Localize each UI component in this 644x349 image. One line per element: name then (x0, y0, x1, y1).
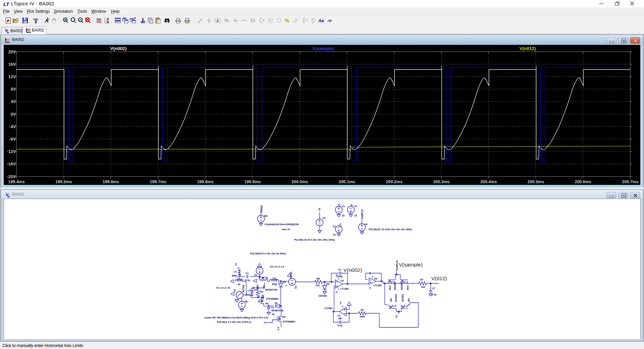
svg-text:R1: R1 (260, 290, 263, 293)
svg-text:200.6ms: 200.6ms (575, 180, 591, 184)
svg-text:NOISE: NOISE (290, 271, 292, 279)
svg-text:0.1µ: 0.1µ (337, 324, 342, 327)
svg-text:V2: V2 (354, 205, 357, 208)
svg-text:4V: 4V (11, 99, 16, 104)
svg-text:V(n002): V(n002) (110, 46, 127, 51)
svg-text:3.3: 3.3 (339, 223, 342, 227)
svg-text:LT1384: LT1384 (340, 287, 349, 290)
svg-text:C4: C4 (338, 317, 341, 320)
svg-text:200.5ms: 200.5ms (528, 180, 544, 184)
svg-text:+5: +5 (369, 272, 371, 275)
svg-text:TX: TX (318, 208, 321, 211)
svg-text:L4: L4 (234, 270, 237, 273)
svg-text:8V: 8V (11, 87, 16, 92)
svg-text:LT1384: LT1384 (373, 284, 382, 287)
svg-text:SAMPLE: SAMPLE (395, 260, 398, 270)
svg-text:200.2ms: 200.2ms (386, 180, 402, 184)
svg-text:M4: M4 (389, 298, 392, 302)
svg-text:V=(white(2e6*time/10000))/100: V=(white(2e6*time/10000))/100 (264, 223, 299, 226)
svg-text:V(012): V(012) (431, 276, 447, 281)
svg-text:100p: 100p (337, 275, 343, 278)
svg-text:199.9ms: 199.9ms (244, 180, 261, 184)
svg-text:SAMPLE: SAMPLE (361, 209, 364, 219)
svg-text:V(sample): V(sample) (399, 262, 423, 267)
svg-text:C7: C7 (432, 287, 435, 290)
svg-text:15: 15 (342, 214, 344, 217)
svg-text:A: A (216, 19, 219, 22)
svg-text:300µ: 300µ (246, 293, 251, 296)
svg-text:+5: +5 (234, 263, 237, 266)
svg-text:V5: V5 (254, 273, 257, 277)
svg-text:BSS84: BSS84 (400, 283, 403, 290)
svg-text:BSS84: BSS84 (401, 294, 404, 302)
svg-text:BSS84: BSS84 (393, 283, 396, 290)
svg-text:-3.3: -3.3 (277, 327, 280, 331)
svg-text:-5: -5 (350, 204, 353, 206)
svg-text:0V: 0V (11, 112, 16, 117)
svg-text:L3: L3 (273, 277, 275, 280)
svg-text:-8V: -8V (9, 137, 16, 142)
svg-text:100: 100 (421, 286, 425, 289)
svg-text:300µ: 300µ (232, 274, 237, 277)
svg-text:BSS84: BSS84 (394, 294, 397, 302)
svg-text:1N4148: 1N4148 (318, 294, 327, 297)
svg-text:RFN5TFS8: RFN5TFS8 (265, 288, 277, 291)
svg-text:STPSNM60: STPSNM60 (266, 297, 278, 300)
svg-text:100k: 100k (360, 315, 365, 318)
svg-text:199.4ms: 199.4ms (8, 180, 24, 184)
svg-text:M9: M9 (282, 315, 285, 318)
svg-text:C3: C3 (338, 268, 341, 271)
svg-text:300µ: 300µ (272, 283, 277, 286)
svg-text:U1: U1 (337, 314, 340, 317)
svg-text:D6: D6 (326, 283, 329, 286)
svg-text:RFN5TFS8: RFN5TFS8 (271, 309, 283, 312)
svg-text:16V: 16V (8, 62, 16, 67)
svg-text:PULSE(15 -15 110u 10n 10n 10u: PULSE(15 -15 110u 10n 10n 10u 200u) (369, 228, 412, 231)
svg-text:M11: M11 (388, 286, 391, 290)
svg-text:12V: 12V (8, 74, 16, 79)
svg-text:200.3ms: 200.3ms (433, 180, 449, 184)
svg-text:V3: V3 (333, 233, 336, 236)
svg-text:M3: M3 (407, 298, 410, 302)
svg-text:B4: B4 (264, 214, 268, 217)
svg-text:+5: +5 (338, 204, 341, 206)
svg-text:L6: L6 (237, 277, 240, 280)
svg-text:470: 470 (316, 284, 320, 287)
svg-text:200.0ms: 200.0ms (291, 180, 308, 184)
svg-text:PULSE(15 0 0 10n 10n 3u 200u): PULSE(15 0 0 10n 10n 3u 200u) (250, 252, 286, 255)
svg-text:-5: -5 (335, 291, 338, 293)
svg-text:TX: TX (395, 315, 398, 318)
svg-text:LT: LT (3, 1, 10, 7)
svg-text:.op: .op (327, 19, 332, 22)
svg-text:D5: D5 (283, 281, 286, 284)
svg-text:1µ: 1µ (237, 283, 240, 286)
svg-text:R7: R7 (420, 278, 423, 281)
svg-text:V8: V8 (245, 300, 248, 303)
svg-text:-20V: -20V (7, 174, 16, 179)
svg-text:-5: -5 (369, 287, 371, 289)
svg-text:0.1µ: 0.1µ (432, 293, 436, 296)
svg-text:R2: R2 (361, 308, 364, 311)
svg-text:199.7ms: 199.7ms (150, 180, 166, 184)
svg-text:C2: C2 (271, 306, 274, 309)
svg-text:199.6ms: 199.6ms (103, 180, 119, 184)
svg-text:K1 L6 L3 .01: K1 L6 L3 .01 (216, 286, 230, 289)
svg-text:PULSE(-15 15 0 10n 10n 100u 20: PULSE(-15 15 0 10n 10n 100u 200u) (294, 238, 335, 241)
svg-text:1: 1 (284, 285, 287, 286)
svg-text:M2: M2 (265, 302, 269, 305)
svg-text:-4V: -4V (9, 124, 16, 129)
svg-text:C1: C1 (246, 272, 249, 275)
svg-text:V6: V6 (365, 223, 368, 226)
svg-text:STPSNM60: STPSNM60 (283, 320, 295, 323)
svg-text:PULSE(1 0 0 10n 10n 0.05 0.1): PULSE(1 0 0 10n 10n 0.05 0.1) (217, 320, 251, 323)
svg-text:.tran 10: .tran 10 (281, 228, 290, 231)
svg-text:V1: V1 (342, 205, 345, 208)
svg-text:K2 L4 L2 1.0: K2 L4 L2 1.0 (270, 265, 284, 268)
svg-text:Aa: Aa (318, 18, 324, 23)
svg-text:200.1ms: 200.1ms (339, 180, 355, 184)
svg-text:15: 15 (354, 214, 357, 217)
svg-text:D1: D1 (275, 302, 278, 305)
svg-text:V(n002): V(n002) (343, 267, 362, 273)
svg-text:V(n012): V(n012) (520, 46, 536, 51)
svg-text:-16V: -16V (7, 162, 16, 166)
